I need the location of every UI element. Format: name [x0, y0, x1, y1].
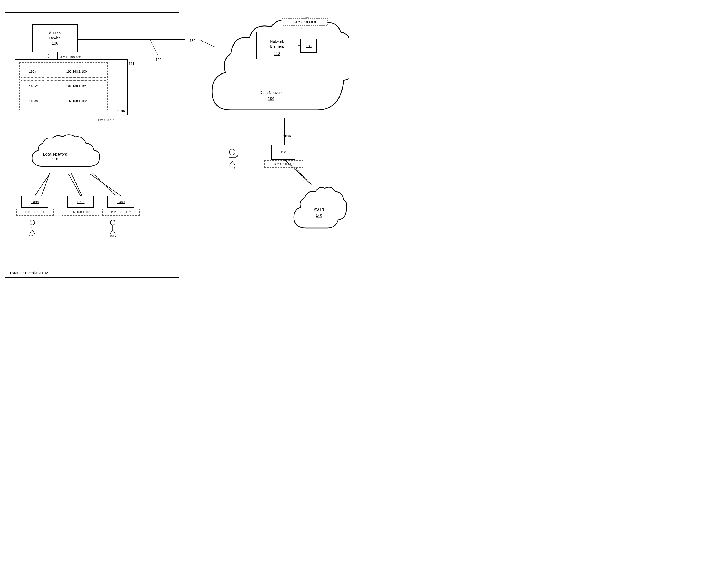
cell-ip3: 192.168.1.102 [47, 95, 106, 107]
person-101a: 101a [107, 220, 118, 238]
mapping-row-3: 110a3 192.168.1.102 [21, 94, 106, 108]
svg-text:Element: Element [270, 44, 284, 49]
svg-text:PSTN: PSTN [314, 207, 324, 211]
mapping-row-1: 110a1 192.168.1.100 [21, 65, 106, 78]
svg-text:112: 112 [274, 52, 280, 56]
svg-text:110: 110 [52, 157, 58, 161]
svg-line-40 [232, 161, 235, 165]
svg-point-12 [30, 220, 35, 225]
mapping-table-110a: 110a1 192.168.1.100 110a2 192.168.1.101 … [15, 59, 128, 115]
mapping-rows: 110a1 192.168.1.100 110a2 192.168.1.101 … [19, 62, 108, 111]
node-116: 116 [271, 145, 295, 160]
person-101b-label: 101b [27, 235, 37, 238]
person-101a-label: 101a [107, 235, 118, 238]
access-device-label: AccessDevice106 [49, 30, 61, 46]
svg-line-39 [229, 161, 232, 165]
device-108c-ip: 192.168.1.102 [102, 209, 139, 216]
device-108c: 108c [107, 196, 134, 208]
svg-text:135: 135 [306, 44, 312, 48]
svg-line-16 [32, 230, 35, 234]
cell-ip1: 192.168.1.100 [47, 66, 106, 78]
data-network-cloud: Network Element 112 135 64.230.100.100 D… [204, 8, 349, 123]
svg-line-23 [113, 230, 115, 234]
customer-premises-label: Customer Premises 102 [7, 271, 48, 275]
node-130: 130 [185, 33, 200, 48]
local-network-cloud: Local Network 110 [27, 132, 110, 174]
svg-text:Local Network: Local Network [43, 152, 68, 156]
cell-110a3: 110a3 [21, 95, 45, 107]
person-101c: 101c [226, 149, 239, 169]
device-108b: 108b [67, 196, 94, 208]
access-device-box: AccessDevice106 [32, 24, 78, 52]
pstn-cloud: PSTN 140 [290, 183, 349, 236]
cell-110a1: 110a1 [21, 66, 45, 78]
node-116-ip: 64.230.200.101 [264, 160, 303, 168]
connection-103a-label: 103a [283, 134, 291, 138]
connection-103-label: 103 [156, 58, 162, 62]
person-101b: 101b [27, 220, 37, 238]
svg-line-8 [285, 156, 309, 183]
svg-text:Data Network: Data Network [260, 90, 283, 95]
label-111: 111 [129, 62, 134, 66]
svg-text:104: 104 [268, 96, 274, 101]
label-110a: 110a [117, 109, 125, 113]
svg-text:Network: Network [270, 39, 284, 44]
cell-ip2: 192.168.1.101 [47, 80, 106, 92]
cell-110a2: 110a2 [21, 80, 45, 92]
svg-line-15 [29, 230, 32, 234]
svg-line-22 [110, 230, 113, 234]
svg-text:140: 140 [316, 213, 322, 218]
svg-text:64.230.100.100: 64.230.100.100 [293, 20, 316, 24]
svg-line-43 [235, 155, 237, 156]
diagram: Customer Premises 102 AccessDevice106 64… [0, 0, 364, 291]
device-108b-ip: 192.168.1.101 [62, 209, 99, 216]
person-101c-label: 101c [226, 166, 239, 169]
device-108a: 108a [22, 196, 48, 208]
mapping-row-2: 110a2 192.168.1.101 [21, 80, 106, 93]
device-108a-ip: 192.168.1.100 [16, 209, 54, 216]
svg-point-36 [229, 149, 235, 155]
mapping-table-ip: 192.168.1.1 [88, 117, 124, 124]
